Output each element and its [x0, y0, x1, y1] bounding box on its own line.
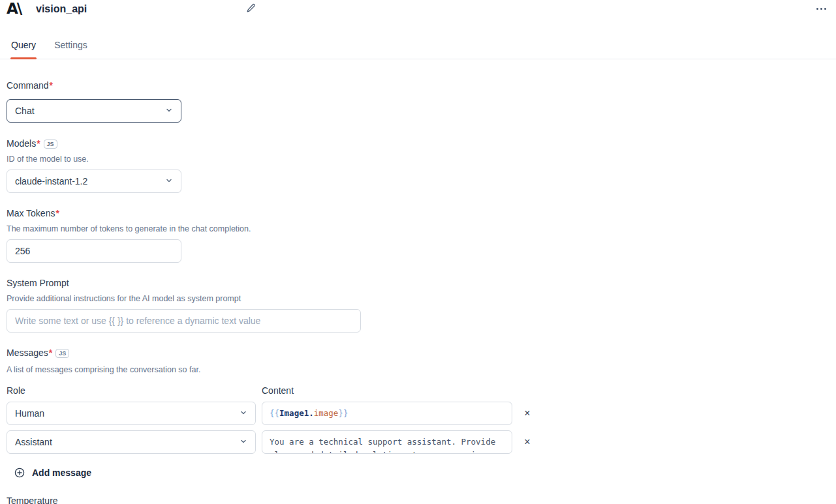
tab-bar: Query Settings — [0, 36, 836, 59]
field-system-prompt: System Prompt Provide additional instruc… — [7, 278, 836, 333]
required-marker: * — [49, 348, 52, 359]
pencil-icon — [246, 3, 256, 15]
message-role-value: Human — [15, 408, 44, 419]
field-command: Command* Chat — [7, 80, 836, 123]
chevron-down-icon — [240, 437, 247, 447]
page-title: vision_api — [36, 3, 87, 15]
models-select[interactable]: claude-instant-1.2 — [7, 170, 181, 193]
content-column-header: Content — [262, 385, 512, 396]
system-prompt-input[interactable] — [7, 309, 361, 333]
query-form: Command* Chat Models* JS ID of the model… — [0, 59, 836, 504]
js-badge: JS — [55, 349, 69, 358]
command-value: Chat — [15, 106, 35, 116]
messages-label: Messages — [7, 348, 48, 359]
chevron-down-icon — [240, 408, 247, 419]
js-badge: JS — [44, 140, 57, 149]
add-message-label: Add message — [32, 467, 91, 478]
max-tokens-description: The maximum number of tokens to generate… — [7, 224, 836, 234]
anthropic-logo: A\ — [7, 0, 21, 17]
field-models: Models* JS ID of the model to use. claud… — [7, 138, 836, 193]
required-marker: * — [37, 138, 40, 149]
remove-message-button[interactable]: × — [524, 408, 530, 419]
plus-circle-icon — [14, 467, 25, 478]
chevron-down-icon — [165, 106, 173, 116]
message-role-select[interactable]: Assistant — [7, 430, 256, 454]
tab-query[interactable]: Query — [10, 36, 37, 59]
max-tokens-input[interactable] — [7, 239, 181, 263]
field-temperature: Temperature Defaults to 1. Ranges from 0… — [7, 496, 836, 504]
models-description: ID of the model to use. — [7, 155, 836, 164]
tab-settings[interactable]: Settings — [54, 36, 88, 59]
header: A\ vision_api — [0, 0, 836, 18]
message-role-value: Assistant — [15, 437, 52, 447]
message-role-select[interactable]: Human — [7, 402, 256, 425]
command-select[interactable]: Chat — [7, 99, 181, 123]
edit-title-button[interactable] — [244, 3, 257, 16]
remove-message-button[interactable]: × — [524, 437, 530, 447]
message-content-input[interactable]: {{Image1.image}} — [262, 402, 512, 425]
temperature-label: Temperature — [7, 496, 58, 504]
models-label: Models — [7, 138, 36, 149]
message-content-input[interactable]: You are a technical support assistant. P… — [262, 430, 512, 454]
messages-description: A list of messages comprising the conver… — [7, 365, 836, 375]
overflow-menu-button[interactable] — [815, 7, 828, 11]
required-marker: * — [55, 208, 59, 219]
role-column-header: Role — [7, 385, 256, 396]
add-message-button[interactable]: Add message — [14, 467, 91, 478]
field-max-tokens: Max Tokens* The maximum number of tokens… — [7, 208, 836, 263]
max-tokens-label: Max Tokens — [7, 208, 55, 219]
ellipsis-icon — [816, 8, 818, 10]
system-prompt-label: System Prompt — [7, 278, 69, 289]
required-marker: * — [50, 80, 53, 91]
chevron-down-icon — [165, 176, 173, 186]
field-messages: Messages* JS A list of messages comprisi… — [7, 348, 836, 478]
models-value: claude-instant-1.2 — [15, 176, 87, 186]
command-label: Command — [7, 80, 49, 91]
system-prompt-description: Provide additional instructions for the … — [7, 294, 836, 304]
